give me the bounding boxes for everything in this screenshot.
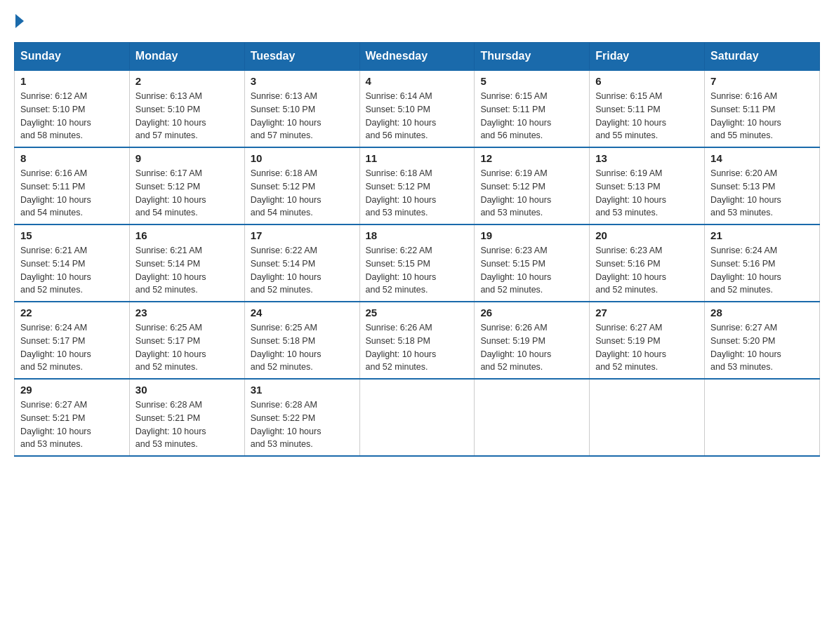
day-info: Sunrise: 6:16 AMSunset: 5:11 PMDaylight:…: [710, 90, 814, 142]
day-info: Sunrise: 6:24 AMSunset: 5:17 PMDaylight:…: [20, 321, 124, 374]
calendar-cell: 30Sunrise: 6:28 AMSunset: 5:21 PMDayligh…: [129, 379, 244, 456]
day-of-week-wednesday: Wednesday: [359, 43, 475, 71]
calendar-cell: 27Sunrise: 6:27 AMSunset: 5:19 PMDayligh…: [590, 302, 705, 379]
day-number: 5: [480, 75, 583, 87]
calendar-cell: 21Sunrise: 6:24 AMSunset: 5:16 PMDayligh…: [705, 224, 820, 302]
day-number: 11: [366, 152, 469, 164]
day-number: 18: [366, 229, 469, 241]
day-of-week-monday: Monday: [129, 43, 244, 71]
calendar-cell: 16Sunrise: 6:21 AMSunset: 5:14 PMDayligh…: [129, 224, 244, 302]
calendar-week-2: 8Sunrise: 6:16 AMSunset: 5:11 PMDaylight…: [15, 147, 820, 224]
day-number: 7: [710, 75, 814, 87]
day-number: 26: [480, 307, 583, 318]
day-number: 6: [595, 75, 699, 87]
calendar-cell: 29Sunrise: 6:27 AMSunset: 5:21 PMDayligh…: [15, 379, 130, 456]
calendar-cell: 15Sunrise: 6:21 AMSunset: 5:14 PMDayligh…: [15, 224, 130, 302]
day-number: 25: [366, 307, 469, 318]
day-info: Sunrise: 6:21 AMSunset: 5:14 PMDaylight:…: [20, 244, 124, 297]
day-number: 14: [710, 152, 814, 164]
day-number: 27: [595, 307, 699, 318]
calendar-cell: 10Sunrise: 6:18 AMSunset: 5:12 PMDayligh…: [244, 147, 359, 224]
calendar-cell: 1Sunrise: 6:12 AMSunset: 5:10 PMDaylight…: [15, 70, 130, 147]
calendar-cell: 9Sunrise: 6:17 AMSunset: 5:12 PMDaylight…: [129, 147, 244, 224]
day-of-week-friday: Friday: [590, 43, 705, 71]
calendar-table: SundayMondayTuesdayWednesdayThursdayFrid…: [14, 42, 820, 457]
calendar-cell: 4Sunrise: 6:14 AMSunset: 5:10 PMDaylight…: [359, 70, 475, 147]
day-info: Sunrise: 6:13 AMSunset: 5:10 PMDaylight:…: [251, 90, 354, 142]
day-number: 22: [20, 307, 124, 318]
day-of-week-tuesday: Tuesday: [244, 43, 359, 71]
calendar-cell: 11Sunrise: 6:18 AMSunset: 5:12 PMDayligh…: [359, 147, 475, 224]
day-info: Sunrise: 6:16 AMSunset: 5:11 PMDaylight:…: [20, 167, 124, 220]
calendar-cell: 23Sunrise: 6:25 AMSunset: 5:17 PMDayligh…: [129, 302, 244, 379]
day-info: Sunrise: 6:27 AMSunset: 5:21 PMDaylight:…: [20, 398, 124, 451]
day-info: Sunrise: 6:20 AMSunset: 5:13 PMDaylight:…: [710, 167, 814, 220]
logo: [14, 14, 25, 28]
day-number: 20: [595, 229, 699, 241]
day-info: Sunrise: 6:23 AMSunset: 5:16 PMDaylight:…: [595, 244, 699, 297]
day-info: Sunrise: 6:15 AMSunset: 5:11 PMDaylight:…: [480, 90, 583, 142]
day-number: 3: [251, 75, 354, 87]
day-info: Sunrise: 6:14 AMSunset: 5:10 PMDaylight:…: [366, 90, 469, 142]
day-number: 4: [366, 75, 469, 87]
day-info: Sunrise: 6:25 AMSunset: 5:18 PMDaylight:…: [251, 321, 354, 374]
day-info: Sunrise: 6:23 AMSunset: 5:15 PMDaylight:…: [480, 244, 583, 297]
day-info: Sunrise: 6:13 AMSunset: 5:10 PMDaylight:…: [135, 90, 239, 142]
calendar-cell: 5Sunrise: 6:15 AMSunset: 5:11 PMDaylight…: [475, 70, 590, 147]
day-of-week-saturday: Saturday: [705, 43, 820, 71]
day-info: Sunrise: 6:18 AMSunset: 5:12 PMDaylight:…: [366, 167, 469, 220]
calendar-cell: 31Sunrise: 6:28 AMSunset: 5:22 PMDayligh…: [244, 379, 359, 456]
calendar-week-3: 15Sunrise: 6:21 AMSunset: 5:14 PMDayligh…: [15, 224, 820, 302]
calendar-cell: 2Sunrise: 6:13 AMSunset: 5:10 PMDaylight…: [129, 70, 244, 147]
day-number: 31: [251, 384, 354, 396]
day-of-week-sunday: Sunday: [15, 43, 130, 71]
logo-arrow-icon: [15, 14, 24, 28]
page-header: [14, 14, 820, 28]
day-number: 8: [20, 152, 124, 164]
calendar-cell: 28Sunrise: 6:27 AMSunset: 5:20 PMDayligh…: [705, 302, 820, 379]
day-number: 9: [135, 152, 239, 164]
calendar-cell: [590, 379, 705, 456]
calendar-week-4: 22Sunrise: 6:24 AMSunset: 5:17 PMDayligh…: [15, 302, 820, 379]
calendar-cell: 12Sunrise: 6:19 AMSunset: 5:12 PMDayligh…: [475, 147, 590, 224]
calendar-cell: 25Sunrise: 6:26 AMSunset: 5:18 PMDayligh…: [359, 302, 475, 379]
calendar-cell: 13Sunrise: 6:19 AMSunset: 5:13 PMDayligh…: [590, 147, 705, 224]
day-number: 29: [20, 384, 124, 396]
calendar-cell: 20Sunrise: 6:23 AMSunset: 5:16 PMDayligh…: [590, 224, 705, 302]
day-info: Sunrise: 6:25 AMSunset: 5:17 PMDaylight:…: [135, 321, 239, 374]
day-number: 17: [251, 229, 354, 241]
calendar-week-5: 29Sunrise: 6:27 AMSunset: 5:21 PMDayligh…: [15, 379, 820, 456]
calendar-cell: 17Sunrise: 6:22 AMSunset: 5:14 PMDayligh…: [244, 224, 359, 302]
day-info: Sunrise: 6:26 AMSunset: 5:18 PMDaylight:…: [366, 321, 469, 374]
calendar-cell: [705, 379, 820, 456]
day-info: Sunrise: 6:21 AMSunset: 5:14 PMDaylight:…: [135, 244, 239, 297]
day-number: 23: [135, 307, 239, 318]
calendar-cell: 3Sunrise: 6:13 AMSunset: 5:10 PMDaylight…: [244, 70, 359, 147]
day-number: 12: [480, 152, 583, 164]
day-of-week-thursday: Thursday: [475, 43, 590, 71]
day-number: 10: [251, 152, 354, 164]
day-number: 28: [710, 307, 814, 318]
calendar-cell: 22Sunrise: 6:24 AMSunset: 5:17 PMDayligh…: [15, 302, 130, 379]
day-number: 21: [710, 229, 814, 241]
day-info: Sunrise: 6:26 AMSunset: 5:19 PMDaylight:…: [480, 321, 583, 374]
calendar-cell: [359, 379, 475, 456]
day-info: Sunrise: 6:19 AMSunset: 5:13 PMDaylight:…: [595, 167, 699, 220]
day-number: 30: [135, 384, 239, 396]
day-number: 16: [135, 229, 239, 241]
day-info: Sunrise: 6:17 AMSunset: 5:12 PMDaylight:…: [135, 167, 239, 220]
day-info: Sunrise: 6:12 AMSunset: 5:10 PMDaylight:…: [20, 90, 124, 142]
calendar-cell: 6Sunrise: 6:15 AMSunset: 5:11 PMDaylight…: [590, 70, 705, 147]
calendar-cell: 14Sunrise: 6:20 AMSunset: 5:13 PMDayligh…: [705, 147, 820, 224]
day-info: Sunrise: 6:15 AMSunset: 5:11 PMDaylight:…: [595, 90, 699, 142]
calendar-cell: 26Sunrise: 6:26 AMSunset: 5:19 PMDayligh…: [475, 302, 590, 379]
day-number: 15: [20, 229, 124, 241]
day-info: Sunrise: 6:28 AMSunset: 5:22 PMDaylight:…: [251, 398, 354, 451]
day-info: Sunrise: 6:28 AMSunset: 5:21 PMDaylight:…: [135, 398, 239, 451]
day-info: Sunrise: 6:24 AMSunset: 5:16 PMDaylight:…: [710, 244, 814, 297]
day-number: 19: [480, 229, 583, 241]
calendar-cell: 8Sunrise: 6:16 AMSunset: 5:11 PMDaylight…: [15, 147, 130, 224]
calendar-cell: 24Sunrise: 6:25 AMSunset: 5:18 PMDayligh…: [244, 302, 359, 379]
calendar-week-1: 1Sunrise: 6:12 AMSunset: 5:10 PMDaylight…: [15, 70, 820, 147]
calendar-cell: 7Sunrise: 6:16 AMSunset: 5:11 PMDaylight…: [705, 70, 820, 147]
